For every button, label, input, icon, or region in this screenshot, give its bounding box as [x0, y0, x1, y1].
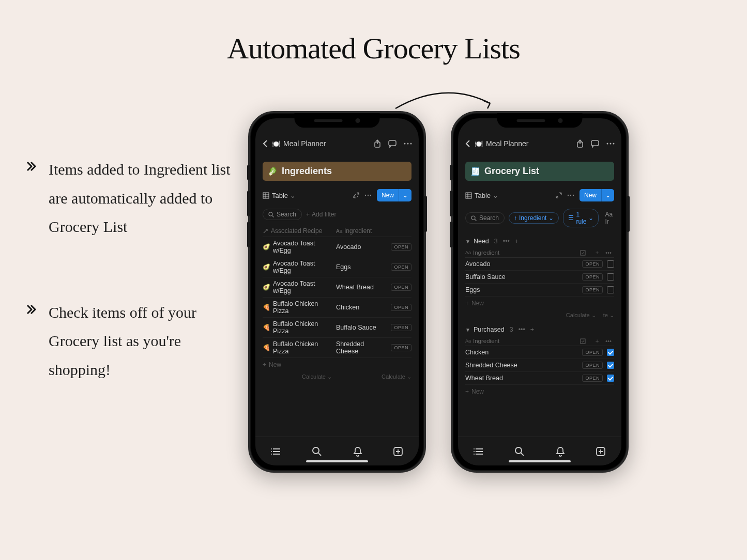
cell-recipe[interactable]: 🥑 Avocado Toast w/Egg [263, 239, 336, 255]
grocery-row[interactable]: Buffalo Sauce OPEN [465, 271, 614, 284]
new-row-button[interactable]: + New [263, 358, 411, 371]
calculate-button[interactable]: Calculate ⌄ [263, 374, 336, 380]
cell-ingredient[interactable]: Buffalo Sauce [336, 323, 388, 332]
ingredient-name[interactable]: Shredded Cheese [465, 362, 582, 369]
table-row[interactable]: 🥑 Avocado Toast w/Egg Avocado OPEN [263, 237, 411, 257]
nav-create-icon[interactable] [596, 446, 606, 457]
nav-search-icon[interactable] [312, 446, 322, 457]
open-button[interactable]: OPEN [391, 263, 411, 271]
open-button[interactable]: OPEN [582, 362, 603, 369]
column-header-recipe[interactable]: Associated Recipe [263, 227, 336, 235]
ingredient-name[interactable]: Avocado [465, 260, 582, 268]
nav-list-icon[interactable] [474, 447, 484, 456]
open-button[interactable]: OPEN [582, 375, 603, 382]
chevron-down-icon[interactable]: ⌄ [601, 189, 614, 201]
cell-ingredient[interactable]: Avocado [336, 243, 388, 251]
ingredient-name[interactable]: Eggs [465, 286, 582, 293]
ingredient-name[interactable]: Chicken [465, 349, 582, 356]
open-button[interactable]: OPEN [391, 284, 411, 291]
cell-recipe[interactable]: 🥑 Avocado Toast w/Egg [263, 279, 336, 295]
nav-create-icon[interactable] [393, 446, 403, 457]
column-header-ingredient[interactable]: Aa Ingredient [336, 227, 411, 235]
ingredient-name[interactable]: Wheat Bread [465, 375, 582, 382]
filter-chip-rule[interactable]: ☰ 1 rule ⌄ [563, 209, 599, 227]
home-indicator[interactable] [509, 460, 571, 462]
page-title[interactable]: Meal Planner [486, 139, 570, 148]
open-button[interactable]: OPEN [391, 324, 411, 331]
table-row[interactable]: 🍕 Buffalo Chicken Pizza Buffalo Sauce OP… [263, 318, 411, 338]
cell-recipe[interactable]: 🥑 Avocado Toast w/Egg [263, 259, 336, 275]
grocery-row[interactable]: Shredded Cheese OPEN [465, 359, 614, 372]
group-header[interactable]: ▼ Need 3 ••• + [465, 232, 614, 248]
nav-search-icon[interactable] [514, 446, 525, 457]
checkbox[interactable] [607, 260, 614, 268]
expand-icon[interactable] [353, 192, 359, 198]
open-button[interactable]: OPEN [391, 304, 411, 311]
sort-chip-ingredient[interactable]: ↑ Ingredient ⌄ [509, 212, 559, 224]
share-icon[interactable] [373, 139, 382, 148]
view-tab-table[interactable]: Table ⌄ [465, 192, 498, 199]
calculate-button[interactable]: te ⌄ [603, 312, 614, 319]
calculate-button[interactable]: Calculate ⌄ [566, 312, 596, 319]
group-header[interactable]: ▼ Purchased 3 ••• + [465, 321, 614, 336]
cell-recipe[interactable]: 🍕 Buffalo Chicken Pizza [263, 340, 336, 355]
open-button[interactable]: OPEN [582, 260, 603, 268]
comments-icon[interactable] [590, 139, 600, 148]
column-header-ingredient[interactable]: AaIngredient [465, 250, 580, 256]
grocery-row[interactable]: Eggs OPEN [465, 284, 614, 297]
table-row[interactable]: 🥑 Avocado Toast w/Egg Wheat Bread OPEN [263, 277, 411, 298]
more-icon[interactable]: ••• [503, 238, 510, 245]
nav-list-icon[interactable] [271, 447, 281, 456]
column-header-checkbox[interactable] [580, 338, 591, 344]
column-chip-truncated[interactable]: Aa Ir [603, 211, 614, 225]
more-icon[interactable]: ••• [519, 326, 525, 333]
more-icon[interactable] [567, 194, 574, 196]
add-filter-button[interactable]: + Add filter [306, 211, 336, 218]
table-row[interactable]: 🥑 Avocado Toast w/Egg Eggs OPEN [263, 257, 411, 277]
checkbox[interactable] [607, 273, 614, 281]
add-column-button[interactable]: + [591, 338, 603, 344]
search-input[interactable]: Search [465, 212, 505, 224]
expand-icon[interactable] [556, 192, 562, 198]
nav-notifications-icon[interactable] [556, 446, 565, 457]
comments-icon[interactable] [388, 139, 397, 148]
table-row[interactable]: 🍕 Buffalo Chicken Pizza Chicken OPEN [263, 298, 411, 318]
open-button[interactable]: OPEN [391, 243, 411, 251]
back-button[interactable] [262, 139, 269, 148]
more-icon[interactable] [364, 194, 372, 196]
grocery-row[interactable]: Wheat Bread OPEN [465, 372, 614, 385]
column-header-checkbox[interactable] [580, 250, 591, 256]
more-icon[interactable]: ••• [603, 250, 614, 256]
new-button[interactable]: New ⌄ [580, 189, 614, 201]
add-column-button[interactable]: + [591, 250, 603, 256]
cell-ingredient[interactable]: Eggs [336, 263, 388, 271]
chevron-down-icon[interactable]: ⌄ [399, 189, 411, 201]
cell-ingredient[interactable]: Wheat Bread [336, 283, 388, 291]
calculate-button[interactable]: Calculate ⌄ [336, 374, 411, 380]
grocery-row[interactable]: Avocado OPEN [465, 258, 614, 271]
back-button[interactable] [464, 139, 471, 148]
cell-ingredient[interactable]: Shredded Cheese [336, 340, 388, 355]
checkbox[interactable] [607, 375, 614, 382]
open-button[interactable]: OPEN [582, 286, 603, 293]
plus-icon[interactable]: + [530, 326, 534, 333]
search-input[interactable]: Search [263, 209, 302, 220]
view-tab-table[interactable]: Table ⌄ [263, 192, 296, 199]
more-icon[interactable] [403, 142, 413, 145]
cell-recipe[interactable]: 🍕 Buffalo Chicken Pizza [263, 320, 336, 335]
open-button[interactable]: OPEN [582, 273, 603, 281]
nav-notifications-icon[interactable] [353, 446, 362, 457]
more-icon[interactable]: ••• [603, 338, 614, 344]
new-button[interactable]: New ⌄ [377, 189, 411, 201]
open-button[interactable]: OPEN [391, 344, 411, 351]
cell-ingredient[interactable]: Chicken [336, 303, 388, 312]
table-row[interactable]: 🍕 Buffalo Chicken Pizza Shredded Cheese … [263, 338, 411, 358]
checkbox[interactable] [607, 362, 614, 369]
checkbox[interactable] [607, 286, 614, 293]
ingredient-name[interactable]: Buffalo Sauce [465, 273, 582, 281]
cell-recipe[interactable]: 🍕 Buffalo Chicken Pizza [263, 300, 336, 315]
checkbox[interactable] [607, 349, 614, 356]
more-icon[interactable] [606, 142, 615, 145]
new-row-button[interactable]: +New [465, 385, 614, 398]
share-icon[interactable] [576, 139, 584, 148]
